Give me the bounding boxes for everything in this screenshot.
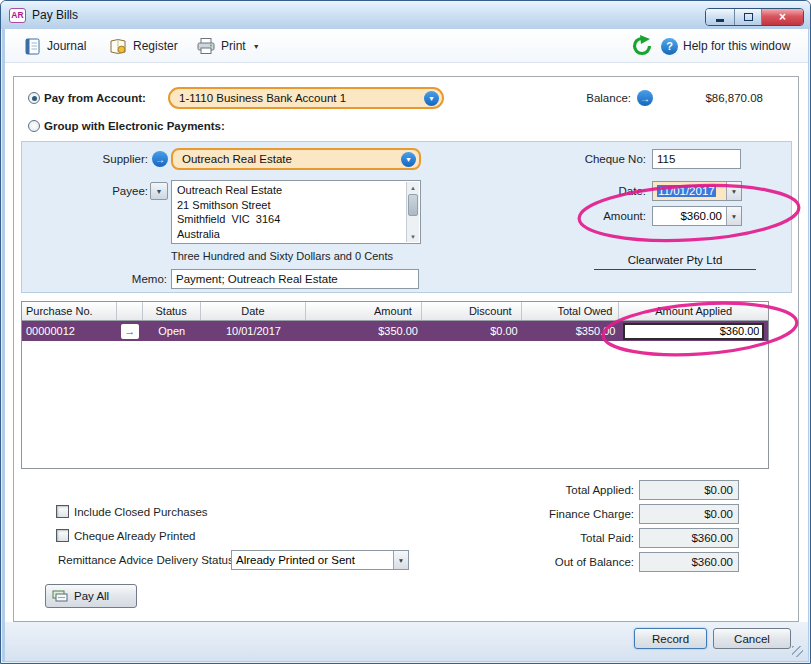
- resize-grip[interactable]: [792, 646, 803, 657]
- cheque-printed-label: Cheque Already Printed: [74, 530, 195, 542]
- header-detail-arrow: [117, 302, 143, 320]
- purchases-table: Purchase No. Status Date Amount Discount…: [21, 301, 769, 469]
- payee-address-box[interactable]: Outreach Real Estate 21 Smithson Street …: [171, 180, 421, 244]
- record-label: Record: [652, 633, 689, 645]
- amount-applied-input[interactable]: [623, 323, 764, 340]
- cell-amount: $350.00: [306, 321, 422, 341]
- minimize-button[interactable]: [706, 9, 735, 25]
- help-button[interactable]: ? Help for this window: [657, 34, 794, 58]
- cell-status: Open: [143, 321, 201, 341]
- table-row[interactable]: 00000012 → Open 10/01/2017 $350.00 $0.00…: [22, 321, 768, 341]
- pay-from-account-radio[interactable]: [28, 92, 40, 104]
- date-dropdown-icon[interactable]: ▼: [726, 182, 741, 200]
- payee-line: Australia: [177, 227, 404, 242]
- pay-all-button[interactable]: Pay All: [45, 584, 137, 608]
- print-dropdown-caret-icon: ▼: [253, 43, 260, 50]
- pay-all-icon: [52, 589, 68, 603]
- refresh-icon: [631, 35, 653, 57]
- payee-dropdown-button[interactable]: ▼: [150, 182, 168, 200]
- total-applied-value: $0.00: [639, 480, 739, 500]
- scroll-up-icon[interactable]: ▲: [407, 182, 419, 193]
- close-icon: ×: [779, 10, 786, 24]
- group-electronic-label: Group with Electronic Payments:: [44, 120, 225, 132]
- header-amount-applied: Amount Applied: [619, 302, 768, 320]
- supplier-detail-arrow-icon[interactable]: →: [152, 151, 168, 167]
- company-name: Clearwater Pty Ltd: [594, 254, 756, 270]
- out-of-balance-value: $360.00: [639, 552, 739, 572]
- help-label: Help for this window: [683, 39, 790, 53]
- register-button[interactable]: Register: [105, 34, 182, 58]
- help-icon: ?: [661, 38, 678, 55]
- date-field[interactable]: 11/01/2017 ▼: [652, 181, 742, 201]
- cheque-no-label: Cheque No:: [556, 153, 646, 165]
- amount-in-words: Three Hundred and Sixty Dollars and 0 Ce…: [171, 250, 393, 262]
- header-total-owed: Total Owed: [522, 302, 620, 320]
- scroll-down-icon[interactable]: ▼: [407, 231, 419, 242]
- supplier-dropdown-icon[interactable]: ▼: [401, 152, 416, 167]
- cell-discount: $0.00: [422, 321, 522, 341]
- payee-label: Payee:: [56, 185, 148, 197]
- date-selected-text: 11/01/2017: [657, 185, 716, 197]
- row-detail-arrow-icon[interactable]: →: [121, 324, 139, 339]
- supplier-label: Supplier:: [56, 153, 148, 165]
- cheque-no-input[interactable]: [652, 149, 741, 169]
- remittance-select[interactable]: Already Printed or Sent ▼: [231, 550, 409, 570]
- date-label: Date:: [556, 185, 646, 197]
- app-icon: AR: [9, 8, 26, 23]
- amount-field[interactable]: $360.00 ▼: [652, 206, 742, 226]
- remittance-dropdown-icon[interactable]: ▼: [393, 551, 408, 569]
- record-button[interactable]: Record: [634, 628, 707, 649]
- pay-all-label: Pay All: [74, 590, 109, 602]
- account-combobox[interactable]: 1-1110 Business Bank Account 1 ▼: [168, 87, 444, 109]
- balance-detail-arrow-icon[interactable]: →: [637, 90, 653, 106]
- cell-detail-arrow: →: [117, 321, 143, 341]
- window-title: Pay Bills: [32, 8, 78, 22]
- cell-date: 10/01/2017: [201, 321, 307, 341]
- maximize-button[interactable]: [735, 9, 762, 25]
- finance-charge-label: Finance Charge:: [484, 508, 634, 520]
- header-discount: Discount: [422, 302, 522, 320]
- supplier-combobox[interactable]: Outreach Real Estate ▼: [171, 148, 421, 170]
- close-button[interactable]: ×: [762, 9, 803, 25]
- journal-button[interactable]: Journal: [19, 34, 90, 58]
- maximize-icon: [744, 13, 753, 21]
- printer-icon: [196, 37, 216, 55]
- radio-selected-dot: [32, 96, 37, 101]
- finance-charge-value: $0.00: [639, 504, 739, 524]
- account-dropdown-icon[interactable]: ▼: [424, 91, 439, 106]
- print-button[interactable]: Print ▼: [192, 34, 264, 58]
- print-label: Print: [221, 39, 246, 53]
- amount-label: Amount:: [556, 210, 646, 222]
- group-electronic-radio[interactable]: [28, 120, 40, 132]
- amount-value: $360.00: [653, 207, 726, 225]
- supplier-value: Outreach Real Estate: [182, 153, 292, 165]
- memo-input[interactable]: [171, 269, 419, 289]
- cell-purchase-no: 00000012: [22, 321, 117, 341]
- table-header-row: Purchase No. Status Date Amount Discount…: [22, 302, 768, 321]
- cell-total-owed: $350.00: [522, 321, 620, 341]
- toolbar: Journal Register Print ▼: [5, 29, 808, 63]
- cancel-button[interactable]: Cancel: [713, 628, 791, 649]
- scroll-thumb[interactable]: [408, 194, 418, 216]
- window-controls: ×: [705, 8, 804, 26]
- minimize-icon: [716, 19, 724, 22]
- register-label: Register: [133, 39, 178, 53]
- remittance-value: Already Printed or Sent: [232, 551, 393, 569]
- header-status: Status: [143, 302, 201, 320]
- amount-dropdown-icon[interactable]: ▼: [726, 207, 741, 225]
- pay-from-account-label: Pay from Account:: [44, 92, 146, 104]
- cheque-printed-checkbox[interactable]: [56, 529, 69, 542]
- include-closed-label: Include Closed Purchases: [74, 506, 208, 518]
- refresh-button[interactable]: [627, 34, 657, 58]
- header-date: Date: [201, 302, 307, 320]
- payee-scrollbar[interactable]: ▲ ▼: [406, 182, 419, 242]
- pay-bills-window: AR Pay Bills × Journal Re: [0, 0, 811, 664]
- journal-icon: [23, 37, 42, 56]
- total-paid-label: Total Paid:: [484, 532, 634, 544]
- journal-label: Journal: [47, 39, 86, 53]
- total-paid-value: $360.00: [639, 528, 739, 548]
- out-of-balance-label: Out of Balance:: [484, 556, 634, 568]
- total-applied-label: Total Applied:: [484, 484, 634, 496]
- balance-label: Balance:: [561, 92, 631, 104]
- include-closed-checkbox[interactable]: [56, 505, 69, 518]
